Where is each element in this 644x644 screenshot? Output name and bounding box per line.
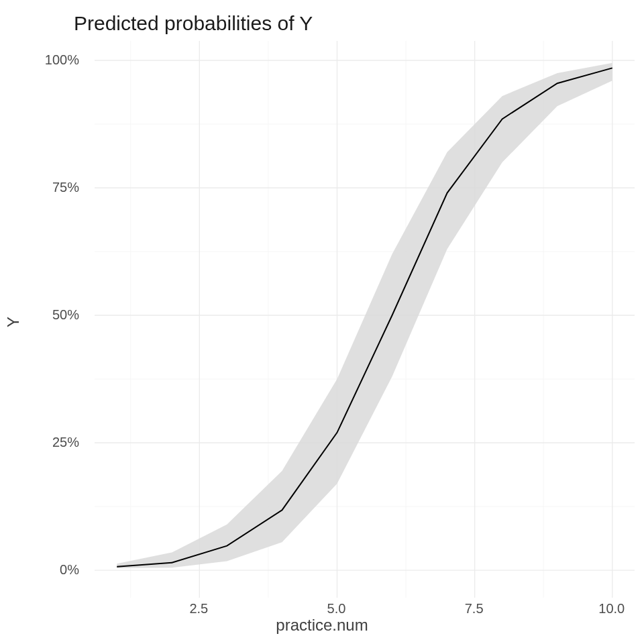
plot-panel <box>94 40 635 598</box>
x-axis-ticks: 2.55.07.510.0 <box>94 598 634 619</box>
y-tick-label: 25% <box>52 435 79 450</box>
chart-title: Predicted probabilities of Y <box>74 12 313 35</box>
x-tick-label: 10.0 <box>598 601 625 616</box>
y-tick-label: 100% <box>45 52 79 67</box>
y-tick-label: 0% <box>60 562 79 578</box>
x-tick-label: 5.0 <box>327 601 346 616</box>
y-tick-label: 50% <box>52 307 79 323</box>
x-tick-label: 2.5 <box>189 601 208 616</box>
y-axis-ticks: 0%25%50%75%100% <box>0 40 87 597</box>
y-tick-label: 75% <box>52 179 79 195</box>
x-axis-label: practice.num <box>276 616 368 635</box>
figure: Predicted probabilities of Y Y practice.… <box>0 0 644 644</box>
x-tick-label: 7.5 <box>465 601 484 616</box>
plot-svg <box>95 41 635 598</box>
